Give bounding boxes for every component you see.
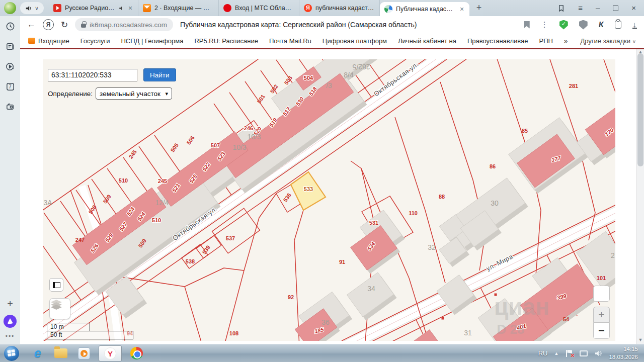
bookmark-icon[interactable] [524, 21, 530, 29]
close-window-button[interactable]: × [631, 0, 636, 16]
map-parcel-label[interactable]: 510 [119, 177, 128, 184]
map-parcel-label[interactable]: 36 [321, 318, 330, 326]
map-parcel-label[interactable]: 3A [43, 199, 52, 207]
taskbar-chrome[interactable] [128, 346, 145, 361]
hidden-icons-button[interactable]: ▲ [554, 351, 559, 356]
map-parcel-label[interactable]: 2 [611, 251, 615, 259]
cadastral-search-input[interactable] [48, 69, 137, 81]
taskbar-media-player[interactable] [75, 346, 93, 361]
bookmark-item[interactable]: Госуслуги [80, 37, 110, 45]
tab-mts[interactable]: Вход | МТС Облачное в [219, 0, 299, 16]
map-parcel-label[interactable]: 30 [491, 199, 499, 207]
taskbar-internet-explorer[interactable]: e [29, 346, 46, 361]
page-scrollbar[interactable]: ▲ ▼ [636, 49, 644, 344]
map-parcel-label[interactable]: 531 [369, 220, 378, 226]
kebab-menu-icon[interactable]: ⋮ [541, 20, 548, 29]
zoom-out-button[interactable]: − [593, 323, 610, 339]
reading-list-icon[interactable] [0, 36, 20, 56]
refresh-button[interactable]: ↻ [61, 20, 68, 30]
map-parcel-label[interactable]: 101 [597, 275, 606, 281]
map-parcel-label[interactable]: 86 [490, 163, 496, 169]
clipboard-extension-icon[interactable] [615, 21, 621, 29]
map-parcel-label[interactable]: 507 [211, 142, 220, 148]
map-parcel-label[interactable]: 54 [563, 316, 570, 322]
map-parcel-label[interactable]: 245 [158, 178, 167, 184]
map-parcel-label[interactable]: 504 [304, 75, 313, 81]
kaspersky-icon[interactable]: К [598, 20, 604, 29]
screenshot-camera-icon[interactable] [0, 97, 20, 117]
other-bookmarks-button[interactable]: Другие закладки ∨ [580, 37, 636, 45]
history-icon[interactable] [0, 16, 20, 36]
browser-logo-icon[interactable] [4, 2, 16, 14]
map-parcel-label[interactable]: 10/3 [232, 143, 246, 151]
minimize-button[interactable]: – [596, 0, 600, 16]
bookmark-item[interactable]: НСПД | Геоинформа [121, 37, 183, 45]
speaker-icon[interactable] [119, 6, 124, 11]
close-icon[interactable]: × [459, 5, 465, 13]
bookmark-item[interactable]: Цифровая платформ [323, 37, 387, 45]
bookmark-item[interactable]: RP5.RU: Расписание [194, 37, 258, 45]
scroll-down-icon[interactable]: ▼ [636, 337, 644, 342]
restore-button[interactable] [613, 6, 618, 11]
more-options-icon[interactable]: ••• [6, 333, 15, 340]
tab-cadastral-map-active[interactable]: Публичная кадастро × [380, 2, 469, 16]
taskbar-yandex-browser-active[interactable]: Y [99, 345, 122, 361]
add-widget-button[interactable]: + [7, 298, 13, 310]
language-indicator[interactable]: RU [538, 349, 548, 357]
map-parcel-label[interactable]: 8/4 [344, 71, 354, 79]
zoom-in-button[interactable]: + [593, 307, 610, 323]
alice-assistant-icon[interactable] [4, 315, 17, 328]
map-parcel-label[interactable]: 92 [288, 294, 294, 300]
tab-audio-pill[interactable]: ∨ [20, 2, 44, 14]
bookmark-item[interactable]: Личный кабинет на [398, 37, 456, 45]
bookmark-item[interactable]: » [564, 37, 568, 45]
map-parcel-label[interactable]: 34 [367, 285, 375, 293]
map-parcel-label[interactable]: 10/3 [247, 133, 261, 141]
map-parcel-label[interactable]: 282/5 [352, 63, 370, 71]
music-player-icon[interactable] [0, 56, 20, 76]
url-field[interactable]: ik6map.roscadastres.com [75, 18, 173, 31]
bookmarks-panel-icon[interactable] [557, 5, 565, 12]
map-parcel-label[interactable]: 246 [244, 125, 253, 131]
tab-counter-icon[interactable]: 7 [0, 76, 20, 97]
overview-map-button[interactable] [49, 278, 63, 292]
bookmark-item[interactable]: Входящие [28, 37, 69, 45]
taskbar-file-explorer[interactable] [52, 346, 69, 361]
clock[interactable]: 14:15 18.03.2026 [609, 345, 638, 361]
map-parcel-label[interactable]: 510 [152, 217, 161, 223]
downloads-icon[interactable]: ↓ [632, 21, 637, 29]
bookmark-item[interactable]: РПН [539, 37, 553, 45]
adblock-shield-icon[interactable] [559, 20, 568, 30]
map-parcel-label[interactable]: 12/4 [155, 199, 169, 207]
map-parcel-label[interactable]: 88 [439, 194, 445, 200]
privacy-shield-icon[interactable] [579, 20, 588, 30]
tab-mail[interactable]: 2 · Входящие — Яндекс [138, 0, 219, 16]
menu-icon[interactable]: ≡ [578, 0, 583, 16]
map-parcel-label[interactable]: 538 [186, 258, 195, 264]
cadastral-map[interactable]: 282/58/4/3503504518502530501517519520246… [43, 59, 615, 341]
scrollbar-thumb[interactable] [637, 53, 643, 166]
map-parcel-label[interactable]: 533 [304, 186, 313, 192]
tab-radio[interactable]: Русское Радио — с × [49, 0, 138, 16]
map-parcel-label[interactable]: /3 [326, 81, 332, 89]
back-button[interactable]: ← [27, 20, 36, 30]
volume-icon[interactable] [594, 350, 602, 357]
network-icon[interactable] [580, 350, 588, 356]
bookmark-item[interactable]: Почта Mail.Ru [269, 37, 311, 45]
map-parcel-label[interactable]: 31 [464, 329, 472, 337]
map-parcel-label[interactable]: 85 [522, 128, 528, 134]
layers-button[interactable] [49, 298, 70, 319]
map-parcel-label[interactable]: 110 [409, 210, 418, 216]
tab-yandex-search[interactable]: публичная кадастровая [299, 0, 380, 16]
map-parcel-label[interactable]: 108 [229, 330, 238, 336]
bookmark-item[interactable]: Правоустанавливае [467, 37, 528, 45]
new-tab-button[interactable]: + [472, 2, 486, 15]
action-center-flag-icon[interactable]: ✕ [565, 349, 573, 357]
start-button[interactable] [4, 346, 19, 361]
map-parcel-label[interactable]: 32 [428, 243, 436, 251]
map-parcel-label[interactable]: 91 [339, 259, 345, 265]
full-extent-button[interactable] [593, 286, 610, 302]
definition-select[interactable]: земельный участок ▾ [96, 87, 172, 100]
map-parcel-label[interactable]: 281 [569, 83, 578, 89]
map-parcel-label[interactable]: 537 [226, 235, 235, 241]
